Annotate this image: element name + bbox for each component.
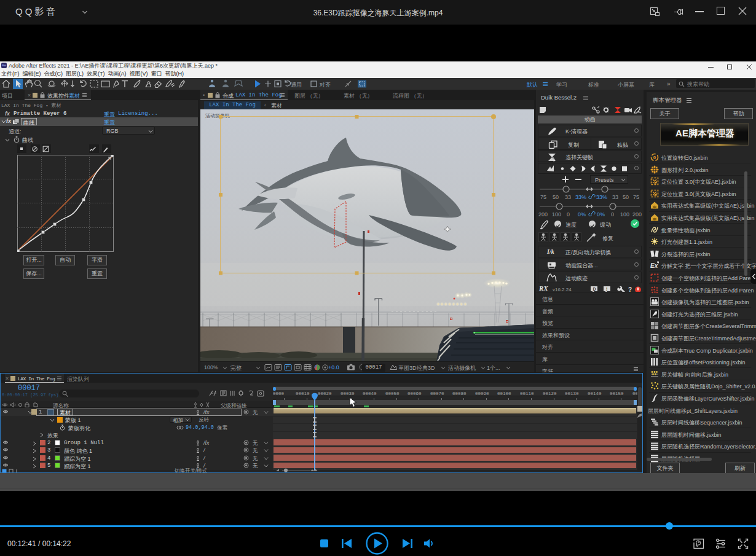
svg-text:!: ! (606, 287, 607, 291)
svg-text:中: 中 (653, 205, 657, 209)
svg-text:0: 0 (653, 155, 656, 160)
svg-text:中: 中 (653, 217, 657, 221)
svg-text:活动摄像机: 活动摄像机 (205, 113, 230, 119)
svg-text:Ex: Ex (650, 262, 658, 269)
svg-text:D: D (593, 287, 596, 291)
